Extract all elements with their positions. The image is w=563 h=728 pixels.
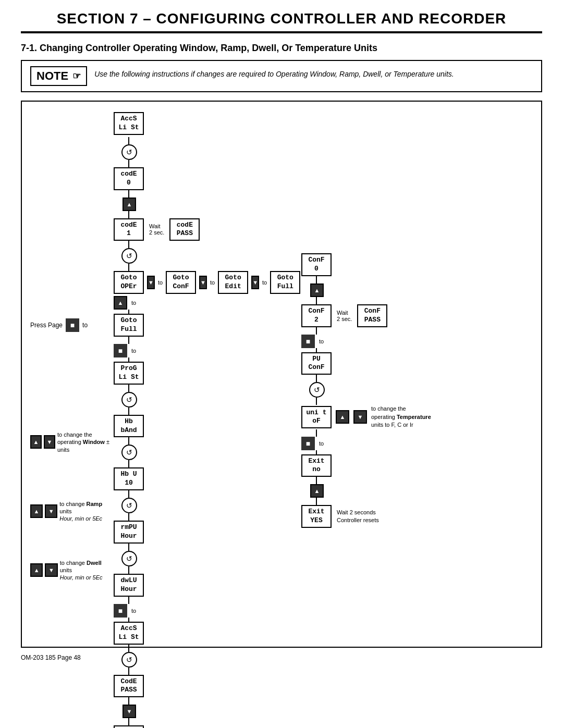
subsection-title: 7-1. Changing Controller Operating Windo…: [21, 43, 542, 54]
enter-btn-3[interactable]: ↺: [121, 392, 137, 408]
up-arrow-2[interactable]: ▲: [114, 296, 127, 310]
lcd-unit-of: uni toF: [301, 406, 332, 429]
page-btn-conf[interactable]: ■: [301, 335, 315, 348]
lcd-accs-list: AccSLi St: [114, 112, 144, 135]
center-flow: AccSLi St ↺ codE0 ▲ codE1 Wait2 sec. cod…: [114, 110, 260, 728]
up-arrow-1[interactable]: ▲: [123, 198, 136, 211]
up-arrow-conf[interactable]: ▲: [310, 283, 324, 297]
lcd-code-0-2: CodE0: [114, 725, 144, 728]
lcd-rmpu-hour: rmPUHour: [114, 521, 144, 544]
dwell-label: to change Dwell unitsHour, min or 5Ec: [60, 559, 111, 582]
page-btn-exit[interactable]: ■: [301, 437, 315, 450]
to-label-1: to: [82, 322, 88, 329]
dn-arrow-2[interactable]: ▼: [147, 276, 155, 289]
enter-btn-5[interactable]: ↺: [121, 498, 137, 513]
enter-btn-2[interactable]: ↺: [121, 248, 137, 264]
note-label: NOTE ☞: [30, 66, 87, 86]
up-arrow-exit[interactable]: ▲: [310, 484, 324, 498]
enter-btn-1[interactable]: ↺: [121, 144, 137, 160]
temp-change-label: to change theoperating Temperatureunits …: [371, 405, 431, 429]
page-btn-3[interactable]: ■: [114, 604, 127, 618]
lcd-exit-no: Exitno: [301, 454, 332, 477]
lcd-code-0: codE0: [114, 167, 144, 190]
note-icon: ☞: [72, 70, 81, 82]
lcd-goto-full: GotoFull: [114, 314, 144, 337]
dn-arrow-5[interactable]: ▼: [123, 705, 136, 718]
lcd-goto-conf: GotoConF: [166, 271, 196, 294]
dn-arrow-temp[interactable]: ▼: [353, 410, 367, 424]
dn-arrow-4[interactable]: ▼: [251, 276, 259, 289]
dn-arrow-3[interactable]: ▼: [199, 276, 207, 289]
footer: OM-203 185 Page 48: [21, 654, 542, 661]
page-btn-icon: ■: [66, 318, 79, 332]
lcd-code-pass: codEPASS: [169, 218, 200, 241]
lcd-code-1: codE1: [114, 218, 144, 241]
left-annotations: Press Page ■ to ▲ ▼ to change theoperati…: [30, 318, 111, 583]
lcd-conf-2: ConF2: [301, 304, 332, 327]
section-title: SECTION 7 – CONFIGURING CONTROLLER AND R…: [21, 10, 542, 33]
note-box: NOTE ☞ Use the following instructions if…: [21, 60, 542, 92]
reset-label: Wait 2 secondsController resets: [337, 509, 379, 525]
lcd-conf-0: ConF0: [301, 253, 332, 276]
up-arrow-ramp[interactable]: ▲: [30, 504, 43, 518]
lcd-dwlu-hour: dwLUHour: [114, 574, 144, 597]
lcd-conf-pass: ConFPASS: [357, 304, 387, 327]
press-page-label: Press Page: [30, 322, 63, 329]
up-arrow-dwell[interactable]: ▲: [30, 563, 43, 577]
lcd-hb-band: HbbAnd: [114, 415, 144, 438]
diagram-box: Press Page ■ to ▲ ▼ to change theoperati…: [21, 101, 542, 648]
down-arrow-ramp[interactable]: ▼: [45, 504, 57, 518]
lcd-goto-oper: GotoOPEr: [114, 271, 144, 294]
down-arrow-window[interactable]: ▼: [44, 435, 55, 449]
enter-btn-7[interactable]: ↺: [121, 652, 137, 668]
lcd-accs-list-2: AccSLi St: [114, 622, 144, 645]
lcd-code-pass-2: CodEPASS: [114, 675, 144, 698]
note-body: Use the following instructions if change…: [94, 66, 454, 80]
lcd-pu-conf: PUConF: [301, 352, 332, 375]
right-flow: ConF0 ▲ ConF2 Wait2 sec. ConFPASS ■ to P…: [301, 253, 458, 528]
down-arrow-dwell[interactable]: ▼: [45, 563, 57, 577]
up-arrow-window[interactable]: ▲: [30, 435, 42, 449]
up-arrow-temp[interactable]: ▲: [336, 410, 349, 424]
enter-btn-pu[interactable]: ↺: [309, 382, 325, 398]
ramp-label: to change Ramp unitsHour, min or 5Ec: [59, 500, 111, 523]
lcd-goto-full-right: GotoFull: [270, 271, 300, 294]
wait-label-2: Wait2 sec.: [337, 310, 352, 322]
page-btn-2[interactable]: ■: [114, 344, 127, 357]
enter-btn-6[interactable]: ↺: [121, 551, 137, 566]
lcd-goto-edit: GotoEdit: [218, 271, 248, 294]
wait-label-1: Wait2 sec.: [149, 223, 164, 236]
lcd-hb-u: Hb U10: [114, 467, 144, 490]
lcd-prog-list: ProGLi St: [114, 362, 144, 385]
note-text-label: NOTE: [36, 69, 68, 83]
lcd-exit-yes: ExitYES: [301, 505, 332, 528]
window-label: to change theoperating Window ± units: [57, 431, 111, 453]
enter-btn-4[interactable]: ↺: [121, 445, 137, 460]
